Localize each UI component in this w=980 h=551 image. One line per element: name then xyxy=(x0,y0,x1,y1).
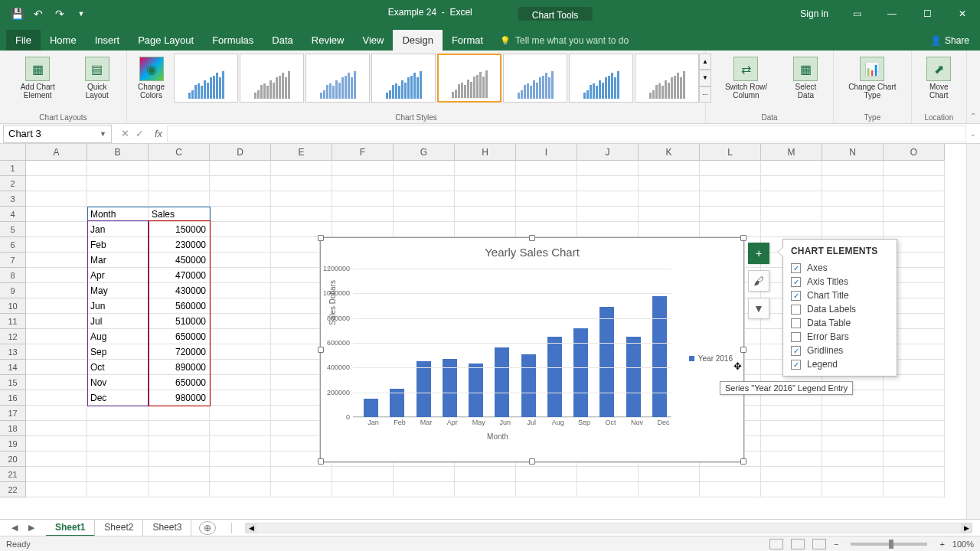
cell[interactable] xyxy=(26,222,87,237)
chart-object[interactable]: Yearly Sales Chart Sales Dollars 0200000… xyxy=(320,237,744,462)
column-header[interactable]: B xyxy=(87,144,149,161)
cell[interactable] xyxy=(577,191,639,207)
cell[interactable] xyxy=(577,467,639,482)
cell[interactable] xyxy=(516,176,577,191)
checkbox-icon[interactable] xyxy=(791,305,801,315)
cell[interactable] xyxy=(700,222,761,237)
cell[interactable] xyxy=(87,406,149,421)
cell[interactable]: 980000 xyxy=(149,390,210,406)
cell[interactable] xyxy=(149,467,210,482)
cell[interactable] xyxy=(700,191,761,207)
cell[interactable] xyxy=(577,222,639,237)
scroll-right-icon[interactable]: ▶ xyxy=(961,523,972,533)
cell[interactable] xyxy=(822,421,884,436)
checkbox-icon[interactable] xyxy=(791,332,801,342)
cell[interactable] xyxy=(149,176,210,191)
move-chart-button[interactable]: ⬈Move Chart xyxy=(918,54,960,103)
cell[interactable] xyxy=(210,482,271,497)
row-header[interactable]: 8 xyxy=(0,268,26,283)
chart-style-thumb[interactable] xyxy=(437,54,501,103)
cell[interactable] xyxy=(394,482,455,497)
checkbox-icon[interactable]: ✓ xyxy=(791,263,801,273)
chart-element-option[interactable]: ✓Gridlines xyxy=(791,344,889,357)
sheet-nav-next-icon[interactable]: ▶ xyxy=(28,523,34,533)
cell[interactable] xyxy=(516,222,577,237)
chart-style-thumb[interactable] xyxy=(371,54,436,103)
cell[interactable]: 560000 xyxy=(149,298,210,314)
cell[interactable]: Aug xyxy=(87,329,149,344)
tab-view[interactable]: View xyxy=(353,30,393,51)
cell[interactable] xyxy=(26,268,87,283)
chart-style-thumb[interactable] xyxy=(635,54,699,103)
row-header[interactable]: 20 xyxy=(0,452,26,467)
cell[interactable] xyxy=(700,161,761,176)
cell[interactable] xyxy=(332,222,394,237)
cell[interactable] xyxy=(577,176,639,191)
cell[interactable] xyxy=(394,222,455,237)
row-header[interactable]: 14 xyxy=(0,360,26,375)
bar[interactable] xyxy=(495,347,509,417)
cell[interactable] xyxy=(455,176,516,191)
name-box[interactable]: Chart 3▼ xyxy=(3,125,112,143)
cell[interactable]: May xyxy=(87,283,149,298)
cell[interactable] xyxy=(884,176,945,191)
chart-style-thumb[interactable] xyxy=(240,54,304,103)
cell[interactable] xyxy=(26,298,87,314)
row-header[interactable]: 19 xyxy=(0,436,26,452)
resize-handle[interactable] xyxy=(529,235,535,241)
collapse-ribbon-icon[interactable]: ⌃ xyxy=(967,51,980,123)
column-header[interactable]: A xyxy=(26,144,87,161)
tab-data[interactable]: Data xyxy=(263,30,302,51)
cell[interactable] xyxy=(394,176,455,191)
cell[interactable] xyxy=(822,176,884,191)
bar[interactable] xyxy=(521,354,536,417)
row-header[interactable]: 1 xyxy=(0,161,26,176)
cell[interactable] xyxy=(210,344,271,360)
cell[interactable]: Feb xyxy=(87,237,149,253)
plot-area[interactable]: 020000040000060000080000010000001200000 xyxy=(353,269,671,417)
gallery-scroll-icon[interactable]: ▼ xyxy=(699,70,711,86)
row-header[interactable]: 16 xyxy=(0,390,26,406)
cell[interactable] xyxy=(87,421,149,436)
horizontal-scrollbar[interactable]: ◀ ▶ xyxy=(245,523,972,533)
resize-handle[interactable] xyxy=(740,347,746,353)
cell[interactable] xyxy=(210,298,271,314)
cell[interactable] xyxy=(26,191,87,207)
cell[interactable] xyxy=(26,467,87,482)
tab-page-layout[interactable]: Page Layout xyxy=(129,30,203,51)
cell[interactable] xyxy=(149,452,210,467)
cell[interactable] xyxy=(210,191,271,207)
redo-icon[interactable]: ↷ xyxy=(52,6,67,21)
cell[interactable] xyxy=(761,482,822,497)
cell[interactable] xyxy=(332,482,394,497)
column-header[interactable]: E xyxy=(271,144,332,161)
change-colors-button[interactable]: ◉Change Colors xyxy=(133,54,169,103)
resize-handle[interactable] xyxy=(318,347,324,353)
sheet-tab[interactable]: Sheet3 xyxy=(143,520,191,536)
cell[interactable] xyxy=(149,161,210,176)
cell[interactable] xyxy=(455,467,516,482)
column-header[interactable]: G xyxy=(394,144,455,161)
undo-icon[interactable]: ↶ xyxy=(31,6,46,21)
cell[interactable] xyxy=(26,452,87,467)
cell[interactable] xyxy=(210,421,271,436)
cell[interactable] xyxy=(639,222,700,237)
cell[interactable]: Nov xyxy=(87,375,149,390)
expand-formula-bar-icon[interactable]: ⌄ xyxy=(966,130,980,138)
tab-file[interactable]: File xyxy=(6,30,41,51)
cell[interactable] xyxy=(639,176,700,191)
cell[interactable] xyxy=(639,482,700,497)
cell[interactable] xyxy=(210,161,271,176)
cell[interactable] xyxy=(455,191,516,207)
cell[interactable] xyxy=(700,467,761,482)
column-header[interactable]: D xyxy=(210,144,271,161)
cell[interactable] xyxy=(822,436,884,452)
cell[interactable] xyxy=(516,161,577,176)
cell[interactable] xyxy=(761,436,822,452)
row-header[interactable]: 18 xyxy=(0,421,26,436)
cell[interactable] xyxy=(516,191,577,207)
column-header[interactable]: I xyxy=(516,144,577,161)
cell[interactable] xyxy=(761,452,822,467)
cell[interactable]: Dec xyxy=(87,390,149,406)
cell[interactable] xyxy=(822,222,884,237)
